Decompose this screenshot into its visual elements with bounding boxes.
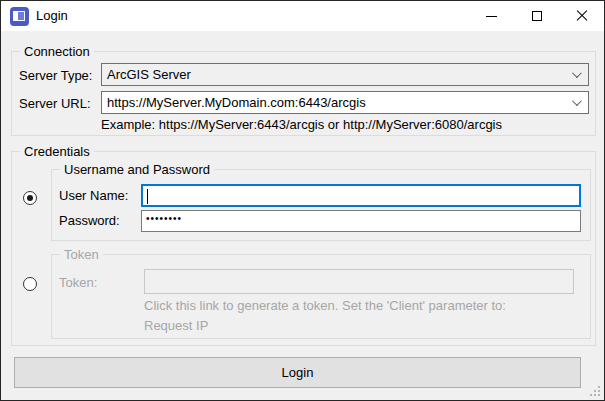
token-request-ip-link: Request IP [144, 318, 208, 333]
token-groupbox: Token [51, 254, 591, 339]
token-radio[interactable] [23, 277, 37, 291]
maximize-button[interactable] [514, 1, 559, 31]
server-type-dropdown[interactable]: ArcGIS Server [101, 63, 589, 86]
chevron-down-icon [572, 96, 582, 106]
window-title: Login [36, 8, 68, 23]
login-button[interactable]: Login [14, 357, 581, 388]
maximize-icon [532, 11, 542, 21]
login-dialog: Login Connection Server Type: ArcGIS Ser… [0, 0, 605, 401]
username-password-radio[interactable] [23, 191, 37, 205]
close-icon [576, 10, 588, 22]
token-group-label: Token [60, 247, 103, 262]
chevron-down-icon [572, 68, 582, 78]
minimize-icon [486, 16, 497, 17]
username-input[interactable] [141, 184, 581, 207]
token-label: Token: [59, 275, 97, 290]
server-type-value: ArcGIS Server [107, 67, 191, 82]
server-url-combobox[interactable]: https://MyServer.MyDomain.com:6443/arcgi… [101, 91, 589, 114]
form-glyph-icon [13, 11, 25, 21]
server-type-label: Server Type: [19, 68, 92, 83]
text-caret [147, 189, 148, 204]
server-url-value: https://MyServer.MyDomain.com:6443/arcgi… [107, 95, 366, 110]
server-url-example-text: Example: https://MyServer:6443/arcgis or… [101, 117, 502, 132]
title-bar[interactable]: Login [1, 1, 604, 31]
app-window-icon [10, 7, 29, 26]
password-input[interactable]: •••••••• [141, 210, 581, 232]
resize-grip[interactable] [588, 384, 600, 396]
username-password-group-label: Username and Password [60, 162, 214, 177]
server-url-label: Server URL: [19, 96, 91, 111]
password-label: Password: [59, 213, 120, 228]
close-button[interactable] [559, 1, 604, 31]
radio-selected-dot [27, 195, 33, 201]
token-input [144, 269, 574, 294]
credentials-group-label: Credentials [20, 144, 94, 159]
minimize-button[interactable] [469, 1, 514, 31]
username-label: User Name: [59, 188, 128, 203]
token-hint-text: Click this link to generate a token. Set… [144, 298, 506, 313]
connection-group-label: Connection [20, 44, 94, 59]
